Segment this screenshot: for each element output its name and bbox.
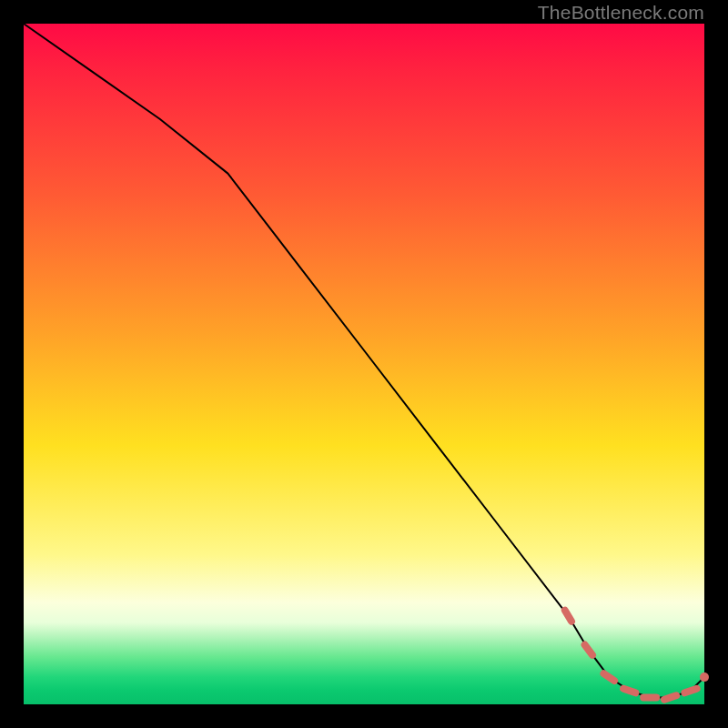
highlight-dash-group bbox=[565, 611, 697, 700]
highlight-dash bbox=[585, 645, 592, 655]
highlight-dash bbox=[565, 611, 571, 622]
chart-frame: TheBottleneck.com bbox=[0, 0, 728, 728]
highlight-dash bbox=[684, 689, 696, 693]
highlight-dash bbox=[604, 673, 615, 681]
watermark-text: TheBottleneck.com bbox=[538, 2, 704, 24]
end-point-group bbox=[700, 672, 709, 682]
end-point-marker bbox=[700, 672, 709, 682]
bottleneck-curve-line bbox=[24, 24, 704, 698]
highlight-dash bbox=[664, 695, 676, 699]
highlight-dash bbox=[623, 689, 635, 693]
chart-overlay bbox=[24, 24, 704, 704]
